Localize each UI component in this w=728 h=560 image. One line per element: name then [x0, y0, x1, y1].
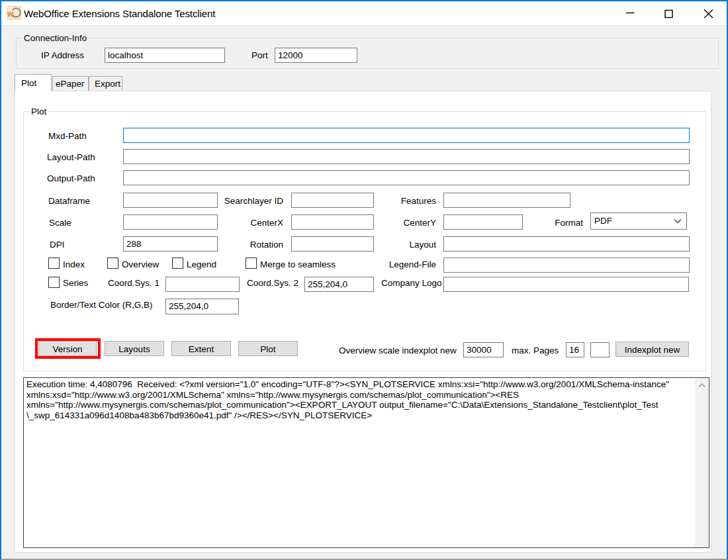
- svg-text:w: w: [7, 9, 14, 19]
